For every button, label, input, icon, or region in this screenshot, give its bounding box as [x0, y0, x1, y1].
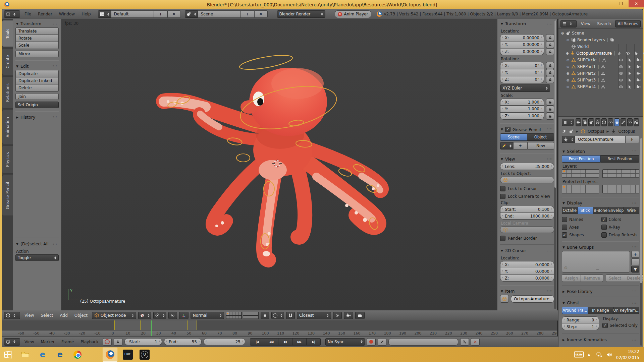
menu-tl-playback[interactable]: Playback	[78, 339, 101, 345]
skeleton-panel-title[interactable]: ▼Skeleton	[562, 147, 639, 155]
layer-cell[interactable]	[226, 316, 229, 319]
renderability-toggle-icon[interactable]	[635, 78, 642, 82]
layer-cell[interactable]	[235, 312, 238, 315]
grease-source-toggle[interactable]: SceneObject	[500, 133, 554, 141]
number-field-x[interactable]: X:0°	[500, 62, 544, 69]
selectability-toggle-icon[interactable]	[626, 58, 633, 62]
set-origin-menu[interactable]: Set Origin	[15, 102, 59, 108]
outliner-item-label[interactable]: Scene	[572, 31, 584, 36]
layer-cell[interactable]	[612, 170, 617, 174]
orientation-select[interactable]: Normal	[191, 312, 224, 319]
checkbox[interactable]	[601, 217, 607, 222]
number-field-x[interactable]: X:0.0000	[500, 261, 554, 268]
layer-cell[interactable]	[626, 189, 631, 193]
layer-cell[interactable]	[636, 170, 640, 174]
bone-groups-list[interactable]: ⊕ =	[562, 251, 630, 273]
selected-only-row[interactable]: Selected Only	[602, 323, 640, 328]
grease-add-button[interactable]: +	[513, 142, 527, 149]
anim-player-button[interactable]: ✕ Anim Player	[335, 10, 371, 18]
number-field-x[interactable]: X:0.00000	[500, 34, 544, 41]
start-button[interactable]	[3, 350, 13, 360]
check-row-colors[interactable]: Colors	[601, 217, 640, 222]
proportional-edit-select[interactable]	[271, 312, 284, 319]
visibility-toggle-icon[interactable]	[617, 71, 625, 76]
layer-cell[interactable]	[576, 189, 581, 193]
layer-cell[interactable]	[562, 185, 567, 189]
layer-cell[interactable]	[562, 174, 567, 178]
menu-view[interactable]: View	[22, 312, 36, 318]
insert-keyframe-button[interactable]	[460, 338, 469, 346]
clip-end-field[interactable]: End:1000.000	[500, 213, 554, 220]
grease-pencil-checkbox[interactable]	[505, 127, 511, 132]
timeline-keyframe-strip[interactable]	[2, 320, 557, 330]
taskbar-unreal-engine[interactable]: U	[140, 350, 150, 360]
scene-selector-value[interactable]: Scene	[198, 10, 241, 18]
lock-icon[interactable]	[546, 41, 554, 48]
layer-cell[interactable]	[607, 185, 612, 189]
lock-icon[interactable]	[546, 76, 554, 83]
layer-cell[interactable]	[617, 174, 622, 178]
pause-button[interactable]: ▮▮	[278, 338, 292, 346]
layer-cell[interactable]	[607, 174, 612, 178]
checkbox[interactable]	[562, 232, 567, 238]
layer-cell[interactable]	[581, 185, 586, 189]
layer-cell[interactable]	[622, 185, 626, 189]
taskbar-file-explorer[interactable]	[20, 350, 30, 360]
layer-cell[interactable]	[622, 189, 626, 193]
pose-position-toggle[interactable]: Pose PositionRest Position	[562, 155, 639, 163]
protected-layers[interactable]	[562, 185, 639, 193]
tab-grease-pencil[interactable]: Grease Pencil	[2, 175, 13, 216]
layer-cell[interactable]	[607, 189, 612, 193]
layer-cell[interactable]	[581, 170, 586, 174]
checkbox[interactable]	[601, 225, 607, 230]
layer-cell[interactable]	[562, 170, 567, 174]
menu-tl-marker[interactable]: Marker	[38, 339, 57, 345]
number-field-y[interactable]: Y:0.00000	[500, 42, 544, 48]
delete-keyframe-button[interactable]: ✕	[471, 338, 480, 346]
layer-cell[interactable]	[595, 174, 599, 178]
frame-end-field[interactable]: End:55	[164, 338, 202, 345]
selectability-toggle-icon[interactable]	[633, 51, 640, 56]
layer-cell[interactable]	[567, 170, 572, 174]
clip-start-field[interactable]: Start:0.100	[500, 206, 554, 213]
lock-object-field[interactable]	[500, 177, 554, 183]
menu-tl-view[interactable]: View	[22, 339, 36, 345]
check-row-axes[interactable]: Axes	[562, 225, 600, 230]
scene-add-button[interactable]: +	[241, 10, 254, 18]
layer-cell[interactable]	[238, 316, 241, 319]
rotation-mode-select[interactable]: XYZ Euler	[500, 84, 550, 92]
layer-cell[interactable]	[249, 316, 252, 319]
pivot-align-toggle[interactable]	[168, 312, 177, 319]
lock-camera-row[interactable]: Lock Camera to View	[500, 194, 554, 199]
layers-widget[interactable]	[226, 312, 259, 319]
network-icon[interactable]	[594, 350, 604, 360]
layer-cell[interactable]	[622, 170, 626, 174]
keyframe-marker[interactable]	[160, 320, 160, 330]
layer-cell[interactable]	[586, 189, 590, 193]
expand-icon[interactable]: ⊕	[566, 38, 570, 42]
layer-cell[interactable]	[255, 316, 258, 319]
bone-display-type-toggle[interactable]: OctaheStickB-BoneEnvelopWire	[562, 207, 639, 214]
cursor3d-panel-title[interactable]: ▼3D Cursor	[500, 246, 554, 254]
armature-id-icon[interactable]	[562, 136, 575, 143]
menu-window[interactable]: Window	[57, 11, 77, 17]
pose-library-title[interactable]: ▶Pose Library	[562, 287, 639, 295]
bone-group-specials-button[interactable]: ▼	[631, 266, 639, 273]
taskbar-internet-explorer-2[interactable]: e	[55, 350, 65, 360]
scale-button[interactable]: Scale	[15, 42, 59, 49]
layer-cell[interactable]	[252, 312, 255, 315]
editor-type-button-timeline[interactable]	[4, 338, 20, 346]
ghost-step-field[interactable]: Step:1	[562, 323, 599, 330]
segment-rest-position[interactable]: Rest Position	[601, 155, 639, 163]
timeline-ruler[interactable]: -60-50-40-30-20-100102030405060708090100…	[2, 330, 557, 337]
tab-scene[interactable]	[588, 118, 594, 126]
lock-icon[interactable]	[546, 34, 554, 41]
action-select[interactable]: Toggle	[15, 254, 59, 261]
current-frame-field[interactable]: 25	[204, 338, 245, 345]
outliner-row-renderlayers[interactable]: ⊕RenderLayers|	[560, 37, 642, 43]
taskbar-epic-launcher[interactable]: EPIC	[123, 350, 133, 360]
segment-object[interactable]: Object	[527, 133, 554, 141]
item-panel-title[interactable]: ▼Item	[500, 287, 554, 295]
layer-cell[interactable]	[636, 174, 640, 178]
ik-panel-title[interactable]: ▶Inverse Kinematics	[562, 335, 639, 344]
